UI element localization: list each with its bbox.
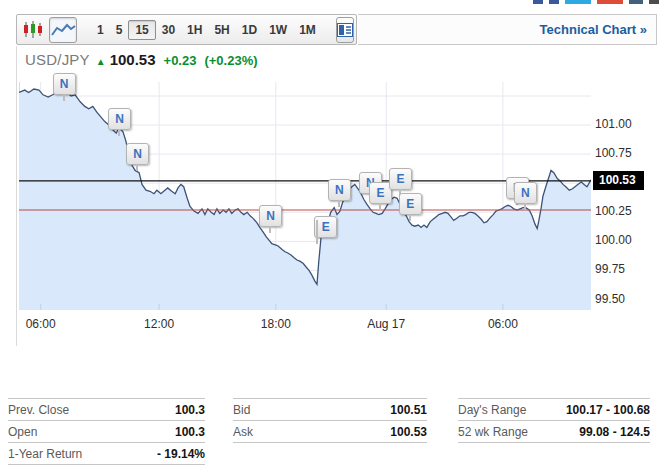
x-axis-label: Aug 17 <box>362 317 410 331</box>
line-chart-icon[interactable] <box>49 17 77 43</box>
quote-label: 1-Year Return <box>8 447 82 461</box>
marker-stem <box>524 203 526 210</box>
quote-table-column-3: Day's Range100.17 - 100.6852 wk Range99.… <box>458 398 650 443</box>
news-marker[interactable]: N <box>328 179 351 201</box>
y-axis-label: 100.75 <box>595 146 632 160</box>
marker-stem <box>409 214 411 221</box>
interval-1h[interactable]: 1H <box>181 21 208 39</box>
x-axis-label: 06:00 <box>479 317 527 331</box>
event-marker[interactable]: E <box>399 193 422 215</box>
news-marker[interactable]: N <box>53 73 76 95</box>
quote-value: 100.53 <box>390 425 427 439</box>
quote-value: 100.17 - 100.68 <box>566 403 650 417</box>
quote-label: Ask <box>233 425 253 439</box>
marker-stem <box>338 200 340 207</box>
interval-1w[interactable]: 1W <box>263 21 293 39</box>
quote-label: 52 wk Range <box>458 425 528 439</box>
y-axis-label: 99.75 <box>595 262 625 276</box>
up-arrow-icon: ▲ <box>96 56 106 67</box>
social-share-bar[interactable] <box>533 0 659 4</box>
toolbar-right-strip: Technical Chart » <box>358 14 657 45</box>
quote-value: - 19.14% <box>157 447 205 461</box>
news-marker[interactable]: N <box>514 182 537 204</box>
last-price: 100.53 <box>110 51 156 68</box>
x-axis-label: 06:00 <box>17 317 65 331</box>
quote-table-column-1: Prev. Close100.3Open100.31-Year Return- … <box>8 398 205 465</box>
news-panel-icon[interactable] <box>336 17 354 43</box>
twitter-share-icon[interactable] <box>565 0 591 4</box>
quote-row: 1-Year Return- 19.14% <box>8 442 205 464</box>
marker-stem <box>269 226 271 233</box>
y-axis-label: 100.00 <box>595 233 632 247</box>
marker-stem <box>379 203 381 210</box>
last-price-axis-badge: 100.53 <box>593 171 644 190</box>
interval-30[interactable]: 30 <box>156 21 181 39</box>
interval-5[interactable]: 5 <box>110 21 129 39</box>
interval-5h[interactable]: 5H <box>208 21 235 39</box>
y-axis-label: 100.25 <box>595 204 632 218</box>
quote-label: Prev. Close <box>8 403 69 417</box>
x-axis-label: 18:00 <box>252 317 300 331</box>
googleplus-share-icon[interactable] <box>597 0 623 4</box>
x-axis-label: 12:00 <box>135 317 183 331</box>
marker-stem <box>63 94 65 101</box>
chart-toolbar: 1 5 15 30 1H 5H 1D 1W 1M <box>16 14 357 45</box>
quote-label: Open <box>8 425 37 439</box>
quote-row: Prev. Close100.3 <box>8 398 205 420</box>
quote-value: 100.3 <box>175 425 205 439</box>
y-axis-label: 101.00 <box>595 117 632 131</box>
event-marker[interactable]: E <box>389 168 412 190</box>
event-marker[interactable]: E <box>314 216 337 238</box>
quote-row: Ask100.53 <box>233 420 427 442</box>
y-axis-label: 99.50 <box>595 292 625 306</box>
quote-value: 100.3 <box>175 403 205 417</box>
interval-1m[interactable]: 1M <box>293 21 322 39</box>
quote-row: 52 wk Range99.08 - 124.5 <box>458 420 650 442</box>
price-change-pct: (+0.23%) <box>204 53 257 68</box>
marker-stem <box>136 164 138 171</box>
symbol-label: USD/JPY <box>25 51 90 68</box>
quote-header: USD/JPY ▲ 100.53 +0.23 (+0.23%) <box>25 51 258 68</box>
interval-15[interactable]: 15 <box>128 20 155 40</box>
news-marker[interactable]: N <box>126 143 149 165</box>
marker-stem <box>118 129 120 136</box>
facebook-like-icon[interactable] <box>549 0 559 4</box>
interval-1d[interactable]: 1D <box>236 21 263 39</box>
quote-label: Bid <box>233 403 250 417</box>
linkedin-share-icon[interactable] <box>629 0 643 4</box>
email-share-icon[interactable] <box>649 0 659 4</box>
news-marker[interactable]: N <box>108 108 131 130</box>
quote-row: Day's Range100.17 - 100.68 <box>458 398 650 420</box>
quote-row: Open100.3 <box>8 420 205 442</box>
marker-stem <box>316 220 318 244</box>
news-marker[interactable]: N <box>259 205 282 227</box>
chart-widget: USD/JPY ▲ 100.53 +0.23 (+0.23%) 100.53 1… <box>16 46 658 346</box>
price-change: +0.23 <box>164 53 197 68</box>
quote-label: Day's Range <box>458 403 526 417</box>
quote-row: Bid100.51 <box>233 398 427 420</box>
quote-table-column-2: Bid100.51Ask100.53 <box>233 398 427 443</box>
facebook-share-icon[interactable] <box>533 0 543 4</box>
interval-1[interactable]: 1 <box>91 21 110 39</box>
candlestick-icon[interactable] <box>23 20 43 40</box>
quote-value: 99.08 - 124.5 <box>579 425 650 439</box>
technical-chart-link[interactable]: Technical Chart » <box>540 22 647 37</box>
quote-value: 100.51 <box>390 403 427 417</box>
